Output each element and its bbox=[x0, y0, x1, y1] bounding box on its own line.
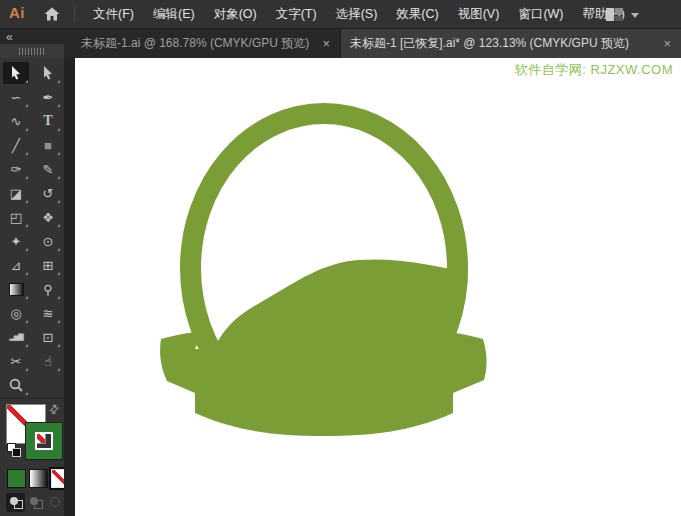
watermark-text: 软件自学网: RJZXW.COM bbox=[515, 61, 673, 79]
symbol-sprayer-tool[interactable]: ≋ bbox=[35, 302, 61, 324]
pen-tool[interactable]: ✒ bbox=[35, 86, 61, 108]
workspace-icon-block bbox=[606, 8, 614, 21]
rotate-tool[interactable]: ↺ bbox=[35, 182, 61, 204]
home-icon[interactable] bbox=[44, 7, 60, 21]
hand-tool[interactable]: ☝ bbox=[35, 350, 61, 372]
fill-stroke-widget: ⇄ bbox=[0, 398, 64, 516]
menu-edit[interactable]: 编辑(E) bbox=[148, 0, 200, 28]
illustrator-logo: Ai bbox=[9, 4, 25, 21]
grip-dots-icon bbox=[19, 48, 46, 55]
draw-inside-button[interactable] bbox=[45, 493, 64, 512]
menubar-divider bbox=[74, 5, 75, 23]
tool-grid: ∽ ✒ ∿ T ╱ ■ ✑ ✎ ◪ ↺ ◰ ❖ ✦ ⊙ ⊿ ⊞ ⚲ ◎ ≋ ▂▅… bbox=[0, 62, 64, 396]
tools-panel: ∽ ✒ ∿ T ╱ ■ ✑ ✎ ◪ ↺ ◰ ❖ ✦ ⊙ ⊿ ⊞ ⚲ ◎ ≋ ▂▅… bbox=[0, 58, 64, 516]
gradient-tool[interactable] bbox=[3, 278, 29, 300]
menu-window[interactable]: 窗口(W) bbox=[513, 0, 568, 28]
default-stroke-square bbox=[12, 448, 21, 457]
type-tool[interactable]: T bbox=[35, 110, 61, 132]
eyedropper-icon: ⚲ bbox=[43, 282, 53, 297]
color-button[interactable] bbox=[7, 469, 26, 488]
rectangle-icon: ■ bbox=[44, 138, 52, 153]
artboard-canvas[interactable]: 软件自学网: RJZXW.COM bbox=[75, 58, 681, 516]
free-transform-tool[interactable]: ❖ bbox=[35, 206, 61, 228]
mesh-icon: ⊞ bbox=[43, 258, 54, 273]
lasso-tool[interactable]: ∽ bbox=[3, 86, 29, 108]
toolbar-grip[interactable] bbox=[0, 44, 64, 58]
gradient-icon bbox=[9, 283, 24, 296]
swap-fill-stroke-icon[interactable]: ⇄ bbox=[46, 400, 63, 417]
document-tab-1[interactable]: 未标题-1.ai @ 168.78% (CMYK/GPU 预览) × bbox=[75, 29, 341, 58]
rotate-icon: ↺ bbox=[43, 186, 54, 201]
lasso-icon: ∽ bbox=[11, 90, 22, 105]
mesh-tool[interactable]: ⊞ bbox=[35, 254, 61, 276]
column-graph-tool[interactable]: ▂▅▇ bbox=[3, 326, 29, 348]
circle-shape bbox=[50, 497, 60, 507]
default-fill-stroke-icon[interactable] bbox=[7, 443, 21, 457]
menu-bar: Ai 文件(F) 编辑(E) 对象(O) 文字(T) 选择(S) 效果(C) 视… bbox=[0, 0, 681, 29]
panel-header: « bbox=[0, 29, 64, 58]
selection-tool[interactable] bbox=[3, 62, 29, 84]
hand-icon: ☝ bbox=[44, 354, 52, 369]
drawing-modes-row bbox=[0, 493, 64, 515]
pencil-icon: ✎ bbox=[43, 162, 54, 177]
slice-icon: ✂ bbox=[11, 354, 22, 369]
collapse-panels-icon[interactable]: « bbox=[6, 30, 13, 44]
scale-tool[interactable]: ◰ bbox=[3, 206, 29, 228]
square-shape bbox=[14, 500, 23, 509]
blend-tool[interactable]: ◎ bbox=[3, 302, 29, 324]
line-icon: ╱ bbox=[12, 138, 20, 153]
pencil-tool[interactable]: ✎ bbox=[35, 158, 61, 180]
menu-effect[interactable]: 效果(C) bbox=[391, 0, 443, 28]
cursor-filled-icon bbox=[10, 66, 22, 80]
stroke-swatch-green[interactable] bbox=[26, 423, 62, 459]
slice-tool[interactable]: ✂ bbox=[3, 350, 29, 372]
perspective-grid-tool[interactable]: ⊿ bbox=[3, 254, 29, 276]
rotate-view-icon: ⊙ bbox=[43, 234, 54, 249]
artboard-icon: ⊡ bbox=[43, 330, 54, 345]
chevron-down-icon[interactable] bbox=[631, 13, 639, 18]
menu-type[interactable]: 文字(T) bbox=[271, 0, 322, 28]
color-type-row bbox=[0, 467, 64, 491]
magnifier-icon bbox=[9, 378, 23, 392]
cursor-outline-icon bbox=[42, 66, 54, 80]
pen-icon: ✒ bbox=[43, 90, 54, 105]
paintbrush-icon: ✑ bbox=[11, 162, 22, 177]
menu-list: 文件(F) 编辑(E) 对象(O) 文字(T) 选择(S) 效果(C) 视图(V… bbox=[88, 0, 630, 28]
gradient-button[interactable] bbox=[29, 469, 48, 488]
type-icon: T bbox=[43, 113, 52, 129]
square-shape bbox=[34, 500, 43, 509]
close-icon[interactable]: × bbox=[661, 37, 673, 50]
document-tab-bar: « 未标题-1.ai @ 168.78% (CMYK/GPU 预览) × 未标题… bbox=[0, 29, 681, 58]
shaper-icon: ✦ bbox=[11, 234, 22, 249]
menu-object[interactable]: 对象(O) bbox=[209, 0, 262, 28]
draw-behind-button[interactable] bbox=[26, 493, 45, 512]
draw-normal-button[interactable] bbox=[6, 493, 25, 512]
menu-select[interactable]: 选择(S) bbox=[331, 0, 383, 28]
direct-selection-tool[interactable] bbox=[35, 62, 61, 84]
workspace-icon-block bbox=[615, 16, 623, 21]
panel-gutter bbox=[64, 58, 75, 516]
line-segment-tool[interactable]: ╱ bbox=[3, 134, 29, 156]
curvature-icon: ∿ bbox=[11, 114, 22, 129]
paintbrush-tool[interactable]: ✑ bbox=[3, 158, 29, 180]
eraser-tool[interactable]: ◪ bbox=[3, 182, 29, 204]
menu-view[interactable]: 视图(V) bbox=[453, 0, 505, 28]
rotate-view-tool[interactable]: ⊙ bbox=[35, 230, 61, 252]
document-tab-2-active[interactable]: 未标题-1 [已恢复].ai* @ 123.13% (CMYK/GPU 预览) … bbox=[341, 29, 681, 58]
shaper-tool[interactable]: ✦ bbox=[3, 230, 29, 252]
eyedropper-tool[interactable]: ⚲ bbox=[35, 278, 61, 300]
menu-file[interactable]: 文件(F) bbox=[88, 0, 139, 28]
tab-title: 未标题-1 [已恢复].ai* @ 123.13% (CMYK/GPU 预览) bbox=[341, 35, 629, 52]
scale-icon: ◰ bbox=[10, 210, 22, 225]
workspace-layout-icon[interactable] bbox=[606, 8, 624, 21]
curvature-tool[interactable]: ∿ bbox=[3, 110, 29, 132]
workspace-icon-block bbox=[615, 8, 623, 15]
rectangle-tool[interactable]: ■ bbox=[35, 134, 61, 156]
free-transform-icon: ❖ bbox=[42, 210, 54, 225]
artboard-tool[interactable]: ⊡ bbox=[35, 326, 61, 348]
column-graph-icon: ▂▅▇ bbox=[9, 333, 22, 341]
zoom-tool[interactable] bbox=[3, 374, 29, 396]
basket-logo-artwork[interactable] bbox=[75, 58, 681, 516]
close-icon[interactable]: × bbox=[320, 37, 332, 50]
tab-title: 未标题-1.ai @ 168.78% (CMYK/GPU 预览) bbox=[75, 35, 309, 52]
